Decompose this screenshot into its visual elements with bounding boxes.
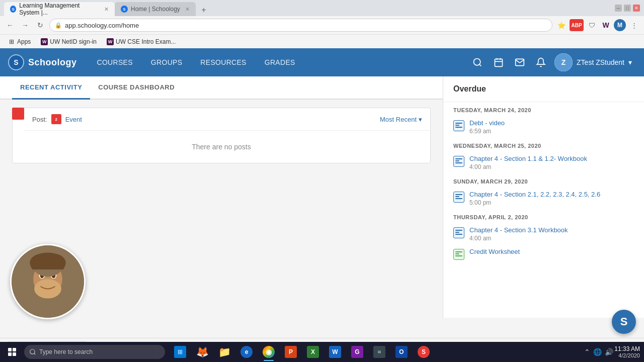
bookmark-apps-label: Apps bbox=[17, 38, 31, 45]
volume-icon[interactable]: 🔊 bbox=[605, 348, 613, 356]
overdue-item-5-title[interactable]: Credit Worksheet bbox=[469, 248, 634, 255]
taskbar-gimp[interactable]: G bbox=[346, 342, 368, 362]
taskbar-ie[interactable]: e bbox=[235, 342, 258, 362]
overdue-item-4[interactable]: Chapter 4 - Section 3.1 Workbook 4:00 am bbox=[443, 223, 644, 245]
taskbar-schoology-task[interactable]: S bbox=[413, 342, 435, 362]
tab-course-dashboard[interactable]: COURSE DASHBOARD bbox=[90, 76, 183, 100]
schoology-logo[interactable]: S Schoology bbox=[8, 54, 77, 70]
logo-circle: S bbox=[8, 54, 24, 70]
tab1-close[interactable]: ✕ bbox=[104, 6, 109, 13]
firefox-icon: 🦊 bbox=[196, 346, 208, 358]
tab-recent-activity[interactable]: RECENT ACTIVITY bbox=[12, 76, 90, 100]
wordmark-icon[interactable]: W bbox=[600, 19, 612, 31]
fab-button[interactable]: S bbox=[612, 310, 636, 334]
nav-courses[interactable]: COURSES bbox=[89, 54, 141, 70]
shield-icon[interactable]: 🛡 bbox=[586, 19, 598, 31]
uwcse-favicon: W bbox=[107, 38, 114, 45]
post-header: Post: 2 Event Most Recent ▾ bbox=[24, 108, 430, 131]
abp-icon[interactable]: ABP bbox=[570, 19, 584, 31]
start-button[interactable] bbox=[0, 342, 24, 362]
toolbar-icons: ⭐ ABP 🛡 W M ⋮ bbox=[555, 19, 640, 31]
overdue-item-2-title[interactable]: Chapter 4 - Section 1.1 & 1.2- Workbook bbox=[469, 155, 634, 162]
browser-titlebar: S Learning Management System |... ✕ S Ho… bbox=[0, 0, 644, 16]
taskbar-explorer[interactable]: 📁 bbox=[213, 342, 235, 362]
taskbar-chrome[interactable]: ◉ bbox=[258, 342, 280, 362]
overdue-item-3-time: 5:00 pm bbox=[469, 199, 634, 206]
no-posts-text: There are no posts bbox=[192, 143, 251, 151]
overdue-item-4-content: Chapter 4 - Section 3.1 Workbook 4:00 am bbox=[469, 226, 634, 242]
tray-chevron[interactable]: ⌃ bbox=[584, 348, 590, 356]
notifications-button[interactable] bbox=[531, 53, 550, 72]
overdue-date-2: WEDNESDAY, MARCH 25, 2020 bbox=[443, 138, 644, 152]
search-button[interactable] bbox=[468, 53, 487, 72]
overdue-item-3-content: Chapter 4 - Section 2.1, 2.2, 2.3, 2.4, … bbox=[469, 191, 634, 206]
overdue-item-3-title[interactable]: Chapter 4 - Section 2.1, 2.2, 2.3, 2.4, … bbox=[469, 191, 634, 198]
overdue-item-2[interactable]: Chapter 4 - Section 1.1 & 1.2- Workbook … bbox=[443, 152, 644, 173]
menu-icon[interactable]: ⋮ bbox=[628, 19, 640, 31]
overdue-item-5-content: Credit Worksheet bbox=[469, 248, 634, 256]
overdue-item-5[interactable]: Credit Worksheet bbox=[443, 245, 644, 263]
overdue-item-1[interactable]: Debt - video 6:59 am bbox=[443, 116, 644, 138]
bookmark-uwnetid[interactable]: W UW NetID sign-in bbox=[37, 37, 101, 46]
post-label: Post: 2 Event bbox=[32, 114, 82, 124]
taskbar-word[interactable]: W bbox=[324, 342, 346, 362]
browser-tab-active[interactable]: S Learning Management System |... ✕ bbox=[4, 2, 115, 16]
nav-resources[interactable]: RESOURCES bbox=[192, 54, 254, 70]
taskbar-calculator[interactable]: = bbox=[368, 342, 390, 362]
address-bar[interactable]: 🔒 app.schoology.com/home bbox=[49, 19, 552, 32]
calculator-icon: = bbox=[373, 346, 385, 358]
webcam-overlay bbox=[10, 244, 86, 319]
bookmarks-bar: ⊞ Apps W UW NetID sign-in W UW CSE Intro… bbox=[0, 34, 644, 48]
maximize-button[interactable]: □ bbox=[624, 5, 631, 12]
tab2-close[interactable]: ✕ bbox=[185, 6, 190, 13]
system-tray-icons: ⌃ 🌐 🔊 bbox=[584, 348, 613, 356]
star-icon[interactable]: ⭐ bbox=[555, 19, 568, 31]
overdue-item-3[interactable]: Chapter 4 - Section 2.1, 2.2, 2.3, 2.4, … bbox=[443, 188, 644, 209]
minimize-button[interactable]: ─ bbox=[615, 5, 622, 12]
chrome-icon: ◉ bbox=[263, 346, 275, 358]
taskbar-outlook[interactable]: O bbox=[390, 342, 413, 362]
messages-button[interactable] bbox=[510, 53, 529, 72]
overdue-icon-2 bbox=[453, 156, 464, 167]
tab1-favicon: S bbox=[10, 6, 16, 13]
overdue-header: Overdue bbox=[443, 76, 644, 102]
forward-button[interactable]: → bbox=[19, 19, 31, 31]
calendar-button[interactable] bbox=[489, 53, 508, 72]
most-recent-dropdown[interactable]: Most Recent ▾ bbox=[380, 116, 422, 123]
taskbar-ppt[interactable]: P bbox=[280, 342, 302, 362]
browser-toolbar: ← → ↻ 🔒 app.schoology.com/home ⭐ ABP 🛡 W… bbox=[0, 16, 644, 34]
lock-icon: 🔒 bbox=[55, 22, 62, 29]
taskbar-taskview[interactable]: ⊞ bbox=[169, 342, 191, 362]
taskbar-firefox[interactable]: 🦊 bbox=[191, 342, 213, 362]
close-button[interactable]: ✕ bbox=[633, 5, 640, 12]
bookmark-uwcse[interactable]: W UW CSE Intro Exam... bbox=[103, 37, 180, 46]
event-link[interactable]: Event bbox=[65, 116, 82, 123]
overdue-item-4-title[interactable]: Chapter 4 - Section 3.1 Workbook bbox=[469, 226, 634, 234]
event-icon: 2 bbox=[51, 114, 61, 124]
network-icon[interactable]: 🌐 bbox=[593, 348, 602, 356]
taskbar: Type here to search ⊞ 🦊 📁 e ◉ P X W G bbox=[0, 342, 644, 362]
taskbar-clock[interactable]: 11:33 AM 4/2/2020 bbox=[614, 345, 640, 358]
bookmark-apps[interactable]: ⊞ Apps bbox=[4, 37, 35, 46]
overdue-date-1: TUESDAY, MARCH 24, 2020 bbox=[443, 102, 644, 116]
overdue-item-1-content: Debt - video 6:59 am bbox=[469, 119, 634, 135]
refresh-button[interactable]: ↻ bbox=[34, 19, 46, 31]
taskbar-search[interactable]: Type here to search bbox=[24, 345, 165, 359]
nav-groups[interactable]: GROUPS bbox=[143, 54, 190, 70]
windows-icon bbox=[8, 348, 16, 356]
back-button[interactable]: ← bbox=[4, 19, 16, 31]
overdue-item-2-content: Chapter 4 - Section 1.1 & 1.2- Workbook … bbox=[469, 155, 634, 170]
svg-point-14 bbox=[30, 349, 35, 354]
ie-icon: e bbox=[240, 346, 253, 358]
user-name-label: ZTest ZStudent bbox=[577, 58, 624, 66]
profile-icon[interactable]: M bbox=[614, 19, 626, 31]
overdue-item-1-title[interactable]: Debt - video bbox=[469, 119, 634, 127]
overdue-icon-1 bbox=[453, 120, 464, 131]
bookmark-uwcse-label: UW CSE Intro Exam... bbox=[116, 38, 176, 45]
new-tab-button[interactable]: + bbox=[198, 4, 210, 16]
browser-tab-inactive[interactable]: S Home | Schoology ✕ bbox=[115, 2, 196, 16]
user-profile[interactable]: Z ZTest ZStudent ▾ bbox=[552, 51, 636, 73]
nav-grades[interactable]: GRADES bbox=[257, 54, 303, 70]
taskbar-excel[interactable]: X bbox=[302, 342, 324, 362]
taskbar-search-text: Type here to search bbox=[39, 348, 93, 355]
